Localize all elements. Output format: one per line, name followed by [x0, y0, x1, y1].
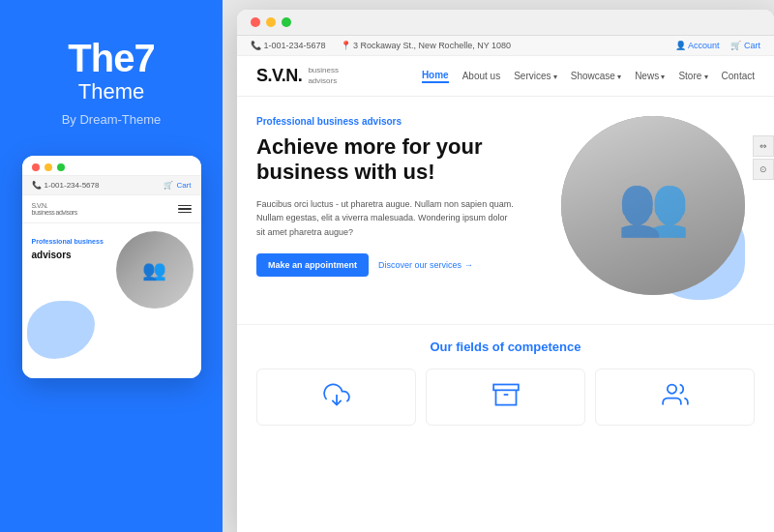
- archive-icon: [492, 381, 520, 413]
- mobile-hero-label: Professional business: [32, 238, 192, 245]
- hero-image-area: [542, 116, 755, 310]
- people-image: [561, 116, 745, 295]
- brand-subtitle: Theme: [78, 79, 144, 104]
- logo-text: S.V.N.: [256, 66, 302, 85]
- mobile-phone: 📞 1-001-234-5678: [32, 181, 100, 190]
- mobile-mockup: 📞 1-001-234-5678 🛒 Cart S.V.N. business …: [22, 156, 201, 378]
- topbar-phone: 📞 1-001-234-5678: [251, 41, 326, 50]
- mobile-dot-green: [57, 163, 65, 171]
- topbar-address: 📍 3 Rockaway St., New Rochelle, NY 1080: [341, 41, 511, 50]
- desktop-dot-yellow: [266, 17, 276, 27]
- mobile-topbar-info: 📞 1-001-234-5678 🛒 Cart: [22, 176, 201, 195]
- topbar-right: 👤 Account 🛒 Cart: [675, 41, 760, 50]
- svg-rect-0: [493, 385, 519, 391]
- competence-card-3: [595, 369, 755, 426]
- mobile-cart[interactable]: 🛒 Cart: [164, 181, 191, 190]
- nav-news[interactable]: News: [635, 71, 665, 81]
- topbar-cart[interactable]: 🛒 Cart: [730, 41, 760, 50]
- competence-cards: [256, 369, 755, 426]
- desktop-topbar-info: 📞 1-001-234-5678 📍 3 Rockaway St., New R…: [237, 36, 774, 56]
- nav-home[interactable]: Home: [422, 70, 449, 83]
- nav-links: Home About us Services Showcase News Sto…: [422, 70, 755, 83]
- sidebar-settings-icon[interactable]: ⊙: [753, 159, 774, 180]
- mobile-dot-red: [32, 163, 40, 171]
- brand-by: By Dream-Theme: [62, 112, 162, 127]
- account-icon: 👤: [675, 41, 686, 50]
- mobile-hero: 👥 Professional business advisors: [22, 223, 201, 378]
- competence-card-2: [426, 369, 585, 426]
- hero-small-label: Professional business advisors: [256, 116, 518, 127]
- mobile-logo: S.V.N. business advisors: [32, 202, 77, 216]
- hero-buttons: Make an appointment Discover our service…: [256, 253, 518, 277]
- desktop-nav: S.V.N. business advisors Home About us S…: [237, 56, 774, 97]
- mobile-dot-yellow: [45, 163, 52, 171]
- mobile-hero-headline: advisors: [32, 249, 119, 261]
- phone-icon: 📞: [32, 181, 42, 190]
- competence-section: Our fields of competence: [237, 324, 774, 435]
- nav-showcase[interactable]: Showcase: [571, 71, 621, 81]
- mobile-hero-text: Professional business advisors: [32, 233, 192, 261]
- sidebar-expand-icon[interactable]: ⇔: [753, 135, 774, 157]
- download-cloud-icon: [323, 381, 350, 413]
- right-panel: 📞 1-001-234-5678 📍 3 Rockaway St., New R…: [223, 0, 774, 532]
- users-icon: [662, 381, 689, 413]
- desktop-dot-green: [282, 17, 291, 27]
- nav-contact[interactable]: Contact: [722, 71, 755, 81]
- competence-card-1: [256, 369, 416, 426]
- sidebar-tools: ⇔ ⊙: [753, 135, 774, 180]
- left-panel: The7 Theme By Dream-Theme 📞 1-001-234-56…: [0, 0, 223, 532]
- mobile-blob-decoration: [27, 301, 95, 359]
- make-appointment-button[interactable]: Make an appointment: [256, 253, 369, 277]
- topbar-account[interactable]: 👤 Account: [675, 41, 720, 50]
- brand-name: The7: [68, 39, 154, 77]
- nav-services[interactable]: Services: [514, 71, 557, 81]
- svg-point-2: [667, 385, 675, 394]
- topbar-left: 📞 1-001-234-5678 📍 3 Rockaway St., New R…: [251, 41, 511, 50]
- desktop-mockup: 📞 1-001-234-5678 📍 3 Rockaway St., New R…: [237, 10, 774, 532]
- competence-title: Our fields of competence: [256, 340, 755, 354]
- hero-headline: Achieve more for your business with us!: [256, 134, 518, 186]
- desktop-window-bar: [237, 10, 774, 36]
- cart-icon: 🛒: [164, 181, 173, 190]
- hero-content: Professional business advisors Achieve m…: [256, 116, 527, 277]
- desktop-logo: S.V.N. business advisors: [256, 66, 339, 86]
- location-icon: 📍: [341, 41, 351, 50]
- cart-icon: 🛒: [730, 41, 741, 50]
- logo-subtitle: business advisors: [308, 66, 339, 86]
- hamburger-menu-icon[interactable]: [178, 205, 192, 214]
- desktop-dot-red: [251, 17, 260, 27]
- nav-store[interactable]: Store: [678, 71, 707, 81]
- mobile-nav: S.V.N. business advisors: [22, 195, 201, 223]
- phone-icon: 📞: [251, 41, 261, 50]
- desktop-hero: Professional business advisors Achieve m…: [237, 97, 774, 324]
- nav-about[interactable]: About us: [462, 71, 500, 81]
- mobile-window-bar: [22, 156, 201, 176]
- hero-body-text: Faucibus orci luctus - ut pharetra augue…: [256, 197, 518, 239]
- hero-photo: [561, 116, 745, 295]
- discover-services-link[interactable]: Discover our services: [378, 260, 473, 270]
